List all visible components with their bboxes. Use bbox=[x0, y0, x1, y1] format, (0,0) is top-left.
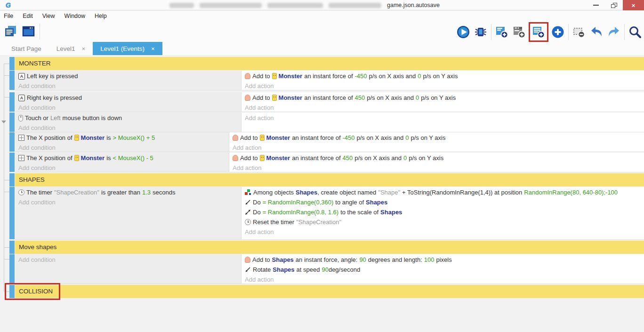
add-condition-link[interactable]: Add condition bbox=[15, 255, 241, 265]
add-condition-link[interactable]: Add condition bbox=[15, 123, 241, 133]
play-icon bbox=[456, 25, 470, 39]
annotation-red-box-toolbar bbox=[529, 22, 548, 42]
add-event-icon bbox=[495, 25, 509, 39]
actions-cell[interactable]: Add to Monster an instant force of -450 … bbox=[241, 71, 644, 90]
event-handle[interactable] bbox=[9, 187, 15, 239]
add-condition-link[interactable]: Add condition bbox=[15, 103, 241, 113]
actions-cell[interactable]: Add to Monster an instant force of -450 … bbox=[229, 132, 644, 152]
conditions-cell[interactable]: Touch or Left mouse button is down Add c… bbox=[15, 113, 241, 132]
add-comment-icon bbox=[531, 25, 546, 39]
conditions-cell[interactable]: The X position of Monster is > MouseX() … bbox=[15, 132, 229, 152]
menu-window[interactable]: Window bbox=[60, 13, 90, 19]
scale-icon bbox=[245, 209, 251, 215]
gdevelop-window: G game.json.autosave × File Edit View Wi… bbox=[0, 0, 644, 332]
toolbar-separator bbox=[491, 24, 491, 40]
restore-button[interactable] bbox=[605, 0, 623, 10]
conditions-cell[interactable]: A Left key is pressed Add condition bbox=[15, 71, 241, 90]
event-handle[interactable] bbox=[9, 113, 15, 132]
monster-object-icon bbox=[260, 135, 265, 141]
conditions-cell[interactable]: Add condition bbox=[15, 254, 241, 283]
menu-file[interactable]: File bbox=[0, 13, 18, 19]
add-condition-link[interactable]: Add condition bbox=[15, 163, 229, 173]
comment-move-shapes[interactable]: Move shapes bbox=[15, 241, 644, 254]
add-action-link[interactable]: Add action bbox=[242, 275, 644, 284]
undo-button[interactable] bbox=[589, 25, 604, 39]
redacted-title-segment bbox=[200, 3, 262, 8]
add-condition-link[interactable]: Add condition bbox=[15, 197, 241, 207]
comment-collision[interactable]: COLLISION bbox=[15, 285, 644, 298]
add-action-link[interactable]: Add action bbox=[229, 143, 644, 153]
force-hand-icon bbox=[245, 257, 250, 263]
app-logo-icon: G bbox=[6, 0, 11, 10]
event-handle[interactable] bbox=[9, 153, 15, 172]
close-tab-icon[interactable]: × bbox=[151, 45, 155, 52]
conditions-cell[interactable]: The timer "ShapeCreation" is greater tha… bbox=[15, 187, 241, 239]
project-manager-icon bbox=[4, 24, 18, 39]
tab-level1[interactable]: Level1 × bbox=[49, 42, 93, 55]
collapse-arrow-icon[interactable] bbox=[1, 121, 6, 123]
position-icon bbox=[18, 135, 24, 141]
position-icon bbox=[18, 155, 24, 161]
actions-cell[interactable]: Add action bbox=[241, 113, 644, 132]
event-handle[interactable] bbox=[9, 57, 15, 70]
add-condition-link[interactable]: Add condition bbox=[15, 143, 229, 153]
comment-monster[interactable]: MONSTER bbox=[15, 57, 644, 70]
add-action-link[interactable]: Add action bbox=[229, 163, 644, 173]
event-left-key[interactable]: A Left key is pressed Add condition Add … bbox=[15, 71, 644, 90]
actions-cell[interactable]: Add to Shapes an instant force, angle: 9… bbox=[241, 254, 644, 283]
menu-view[interactable]: View bbox=[38, 13, 60, 19]
search-button[interactable] bbox=[628, 25, 642, 39]
tree-line bbox=[4, 180, 9, 180]
events-sheet: MONSTER A Left key is pressed Add condit… bbox=[0, 55, 644, 332]
sub-event-x-greater[interactable]: The X position of Monster is > MouseX() … bbox=[15, 132, 644, 152]
minimize-icon bbox=[593, 5, 599, 6]
delete-event-button[interactable] bbox=[572, 25, 586, 39]
close-button[interactable]: × bbox=[623, 0, 644, 10]
redo-icon bbox=[607, 25, 621, 39]
scene-editor-icon bbox=[22, 24, 36, 39]
actions-cell[interactable]: Among objects Shapes , create object nam… bbox=[241, 187, 644, 239]
add-event-button[interactable] bbox=[495, 25, 509, 39]
scene-editor-button[interactable] bbox=[22, 24, 36, 39]
menu-edit[interactable]: Edit bbox=[18, 13, 38, 19]
add-action-link[interactable]: Add action bbox=[242, 103, 644, 113]
force-hand-icon bbox=[233, 155, 238, 161]
menu-bar: File Edit View Window Help bbox=[0, 11, 644, 21]
event-handle[interactable] bbox=[9, 92, 15, 112]
add-condition-link[interactable]: Add condition bbox=[15, 81, 241, 91]
event-handle[interactable] bbox=[9, 173, 15, 186]
event-handle[interactable] bbox=[9, 132, 15, 152]
event-handle[interactable] bbox=[9, 71, 15, 90]
add-action-link[interactable]: Add action bbox=[242, 227, 644, 237]
event-shape-timer[interactable]: The timer "ShapeCreation" is greater tha… bbox=[15, 187, 644, 240]
event-handle[interactable] bbox=[9, 241, 15, 254]
sub-event-x-less[interactable]: The X position of Monster is < MouseX() … bbox=[15, 153, 644, 172]
minimize-button[interactable] bbox=[587, 0, 605, 10]
tab-start-page[interactable]: Start Page bbox=[4, 42, 49, 55]
conditions-cell[interactable]: A Right key is pressed Add condition bbox=[15, 92, 241, 112]
event-handle[interactable] bbox=[9, 254, 15, 283]
close-tab-icon[interactable]: × bbox=[82, 45, 86, 52]
redo-button[interactable] bbox=[607, 25, 621, 39]
actions-cell[interactable]: Add to Monster an instant force of 450 p… bbox=[241, 92, 644, 112]
add-action-link[interactable]: Add action bbox=[242, 113, 644, 123]
add-action-link[interactable]: Add action bbox=[242, 81, 644, 91]
comment-shapes[interactable]: SHAPES bbox=[15, 173, 644, 186]
actions-cell[interactable]: Add to Monster an instant force of 450 p… bbox=[229, 153, 644, 172]
debug-button[interactable] bbox=[474, 25, 488, 39]
add-circle-button[interactable] bbox=[551, 25, 565, 39]
redacted-title-segment bbox=[329, 3, 381, 8]
keyboard-key-icon: A bbox=[18, 95, 25, 101]
event-right-key[interactable]: A Right key is pressed Add condition Add… bbox=[15, 92, 644, 112]
tab-level1-events[interactable]: Level1 (Events) × bbox=[93, 42, 162, 55]
event-move-shapes[interactable]: Add condition Add to Shapes an instant f… bbox=[15, 254, 644, 284]
add-comment-button[interactable] bbox=[531, 25, 546, 39]
conditions-cell[interactable]: The X position of Monster is < MouseX() … bbox=[15, 153, 229, 172]
undo-icon bbox=[589, 25, 604, 39]
play-button[interactable] bbox=[456, 25, 470, 39]
add-sub-event-button[interactable] bbox=[512, 25, 526, 39]
menu-help[interactable]: Help bbox=[90, 13, 112, 19]
event-touch-mouse[interactable]: Touch or Left mouse button is down Add c… bbox=[15, 113, 644, 132]
tree-line bbox=[4, 75, 9, 76]
project-manager-button[interactable] bbox=[4, 24, 18, 39]
